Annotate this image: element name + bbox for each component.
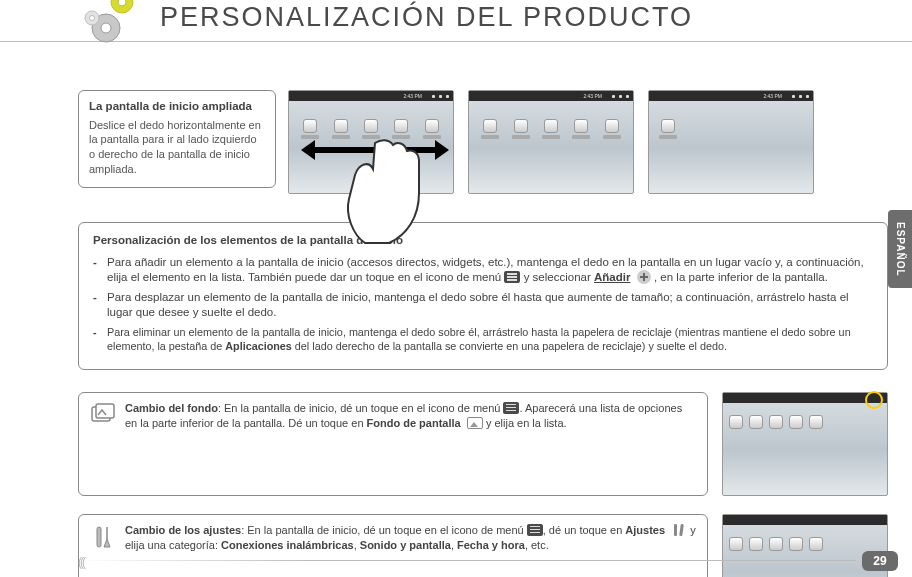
svg-rect-8 [97, 527, 101, 547]
customize-item-move: Para desplazar un elemento de la pantall… [93, 290, 873, 321]
extended-home-title: La pantalla de inicio ampliada [89, 99, 265, 115]
settings-text: Cambio de los ajustes: En la pantalla de… [125, 523, 697, 554]
wallpaper-lead-icon [89, 401, 117, 429]
wallpaper-text: Cambio del fondo: En la pantalla de inic… [125, 401, 697, 432]
home-thumb-3: 2:43 PM [648, 90, 814, 194]
menu-icon [503, 402, 519, 414]
svg-rect-7 [96, 404, 114, 418]
menu-icon [527, 524, 543, 536]
tools-icon [671, 523, 687, 537]
wallpaper-icon [467, 417, 483, 429]
page-number: 29 [862, 551, 898, 571]
language-tab: ESPAÑOL [888, 210, 912, 288]
footer-rule [78, 560, 856, 561]
svg-point-5 [90, 16, 95, 21]
svg-point-1 [101, 23, 111, 33]
page-footer: ((( 29 [0, 551, 912, 571]
page-header: PERSONALIZACIÓN DEL PRODUCTO [0, 0, 912, 42]
customize-item-delete: Para eliminar un elemento de la pantalla… [93, 325, 873, 353]
gears-icon [78, 0, 148, 48]
wallpaper-strip: Cambio del fondo: En la pantalla de inic… [78, 392, 708, 496]
customize-item-add: Para añadir un elemento a la pantalla de… [93, 255, 873, 286]
plus-icon [637, 270, 651, 284]
waves-icon: ((( [78, 555, 84, 569]
svg-point-3 [118, 0, 126, 6]
highlight-ring-icon [865, 391, 883, 409]
menu-icon [504, 271, 520, 283]
page-title: PERSONALIZACIÓN DEL PRODUCTO [160, 2, 693, 33]
tools-lead-icon [89, 523, 117, 551]
content-area: La pantalla de inicio ampliada Deslice e… [0, 42, 912, 577]
customize-title: Personalización de los elementos de la p… [93, 233, 873, 249]
row-extended-home: La pantalla de inicio ampliada Deslice e… [78, 90, 888, 194]
home-thumbnails: 2:43 PM 2:43 PM [288, 90, 814, 194]
customize-panel: Personalización de los elementos de la p… [78, 222, 888, 370]
home-thumb-2: 2:43 PM [468, 90, 634, 194]
wallpaper-preview [722, 392, 888, 496]
wallpaper-row: Cambio del fondo: En la pantalla de inic… [78, 392, 888, 496]
extended-home-body: Deslice el dedo horizontalmente en la pa… [89, 118, 265, 177]
extended-home-box: La pantalla de inicio ampliada Deslice e… [78, 90, 276, 188]
home-thumb-main: 2:43 PM [288, 90, 454, 194]
